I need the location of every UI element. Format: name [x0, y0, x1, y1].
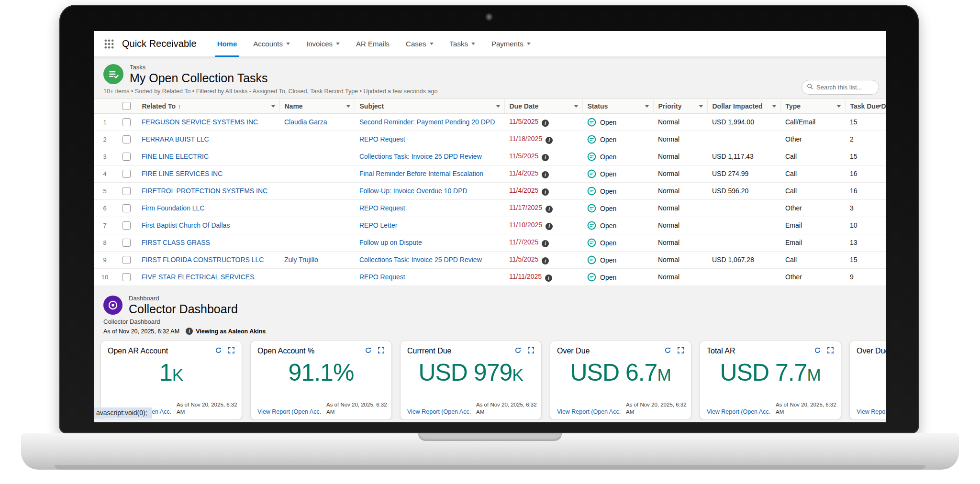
tab-invoices[interactable]: Invoices [298, 31, 348, 57]
subject-link[interactable]: Collections Task: Invoice 25 DPD Review [359, 256, 482, 264]
column-header-status[interactable]: Status [582, 99, 653, 113]
related-to-link[interactable]: FIRE LINE SERVICES INC [142, 170, 223, 177]
column-header-related-to[interactable]: Related To↑ [137, 99, 279, 113]
subject-link[interactable]: REPO Letter [359, 221, 397, 229]
row-checkbox[interactable] [122, 118, 131, 126]
info-icon[interactable]: i [186, 328, 193, 335]
subject-link[interactable]: Second Reminder: Payment Pending 20 DPD [359, 118, 495, 126]
row-checkbox[interactable] [122, 221, 131, 230]
chevron-down-icon[interactable] [271, 105, 275, 108]
related-to-cell: FIRE LINE SERVICES INC [137, 165, 279, 182]
expand-icon[interactable] [677, 347, 684, 354]
tab-cases[interactable]: Cases [398, 31, 442, 57]
row-checkbox[interactable] [122, 204, 131, 212]
subject-link[interactable]: Final Reminder Before Internal Escalatio… [359, 170, 483, 177]
expand-icon[interactable] [378, 347, 385, 354]
column-header-due-date[interactable]: Due Date [504, 99, 582, 113]
tab-home[interactable]: Home [209, 31, 245, 57]
subject-link[interactable]: REPO Request [359, 135, 405, 143]
select-all-checkbox[interactable] [122, 102, 131, 110]
refresh-icon[interactable] [365, 347, 372, 354]
related-to-link[interactable]: FERGUSON SERVICE SYSTEMS INC [142, 118, 258, 126]
row-checkbox[interactable] [122, 239, 131, 247]
tab-payments[interactable]: Payments [483, 31, 539, 57]
subject-link[interactable]: REPO Request [359, 273, 405, 281]
column-header-subject[interactable]: Subject [355, 99, 504, 113]
card-title: Open AR Account [108, 347, 168, 355]
overdue-info-icon[interactable]: i [542, 120, 549, 127]
related-to-link[interactable]: FERRARA BUIST LLC [142, 135, 209, 143]
related-to-link[interactable]: FIRST FLORIDA CONSTRUCTORS LLC [142, 256, 264, 264]
row-checkbox[interactable] [122, 135, 131, 143]
chevron-down-icon[interactable] [772, 105, 776, 108]
column-header-priority[interactable]: Priority [653, 99, 707, 113]
chevron-down-icon[interactable] [346, 105, 350, 108]
table-row: 10FIVE STAR ELECTRICAL SERVICESREPO Requ… [94, 268, 886, 286]
expand-icon[interactable] [827, 347, 834, 354]
column-header-name[interactable]: Name [279, 99, 355, 113]
overdue-info-icon[interactable]: i [546, 206, 553, 213]
view-report-link[interactable]: View Report (Open Acc... [707, 408, 771, 415]
related-to-link[interactable]: FIRST CLASS GRASS [142, 239, 210, 246]
task-due-days-cell: 16 [845, 165, 886, 182]
subject-link[interactable]: Collections Task: Invoice 25 DPD Review [359, 153, 482, 160]
overdue-info-icon[interactable]: i [542, 154, 549, 161]
related-to-link[interactable]: FIVE STAR ELECTRICAL SERVICES [142, 273, 254, 281]
related-to-link[interactable]: FIRETROL PROTECTION SYSTEMS INC [142, 187, 267, 195]
tab-ar-emails[interactable]: AR Emails [348, 31, 398, 57]
view-report-link[interactable]: View Report (Open Acc... [407, 408, 471, 415]
row-checkbox[interactable] [122, 153, 131, 161]
name-link[interactable]: Zuly Trujillo [284, 256, 318, 264]
overdue-info-icon[interactable]: i [542, 171, 549, 178]
refresh-icon[interactable] [664, 347, 671, 354]
expand-icon[interactable] [228, 347, 235, 354]
related-to-link[interactable]: First Baptist Church Of Dallas [142, 221, 230, 229]
overdue-info-icon[interactable]: i [542, 240, 549, 247]
name-cell [279, 234, 355, 251]
task-due-days-cell: 15 [845, 113, 886, 131]
view-report-link[interactable]: View Report (... [857, 408, 886, 415]
related-to-cell: FERGUSON SERVICE SYSTEMS INC [137, 113, 279, 131]
expand-icon[interactable] [527, 347, 535, 354]
chevron-down-icon[interactable] [574, 105, 578, 108]
chevron-down-icon[interactable] [837, 105, 841, 108]
subject-link[interactable]: Follow up on Dispute [359, 239, 422, 246]
row-checkbox[interactable] [122, 256, 131, 264]
refresh-icon[interactable] [814, 347, 821, 354]
chevron-down-icon[interactable] [878, 105, 881, 108]
card-as-of: As of Nov 20, 2025, 6:32 AM [776, 401, 837, 415]
chevron-down-icon[interactable] [496, 105, 500, 108]
tab-label: Cases [406, 40, 426, 48]
related-to-link[interactable]: FINE LINE ELECTRIC [142, 153, 209, 160]
tab-accounts[interactable]: Accounts [245, 31, 298, 57]
view-report-link[interactable]: View Report (Open Acc... [557, 408, 621, 415]
search-input[interactable] [816, 84, 874, 91]
view-report-link[interactable]: View Report (Open Acc... [257, 408, 322, 415]
related-to-link[interactable]: Firm Foundation LLC [142, 204, 205, 212]
overdue-info-icon[interactable]: i [542, 188, 549, 196]
refresh-icon[interactable] [514, 347, 522, 354]
overdue-info-icon[interactable]: i [545, 275, 552, 282]
row-checkbox[interactable] [122, 170, 131, 178]
name-link[interactable]: Claudia Garza [284, 118, 327, 126]
status-open-icon [587, 135, 596, 144]
chevron-down-icon[interactable] [699, 105, 703, 108]
tab-tasks[interactable]: Tasks [442, 31, 483, 57]
subject-link[interactable]: Follow-Up: Invoice Overdue 10 DPD [359, 187, 468, 195]
chevron-down-icon[interactable] [645, 105, 649, 108]
overdue-info-icon[interactable]: i [546, 137, 553, 144]
row-checkbox[interactable] [122, 273, 131, 281]
row-number: 10 [94, 268, 116, 286]
due-date-cell: 11/5/2025i [504, 113, 582, 131]
overdue-info-icon[interactable]: i [542, 257, 549, 264]
subject-link[interactable]: REPO Request [359, 204, 405, 212]
column-header-dollar-impacted[interactable]: Dollar Impacted [707, 99, 780, 113]
column-header-type[interactable]: Type [780, 99, 845, 113]
dashboard-subtitle: Collector Dashboard [103, 318, 876, 325]
column-header-task-due-d[interactable]: Task Due D... [845, 99, 886, 113]
status-text: Open [600, 256, 616, 264]
row-checkbox[interactable] [122, 187, 131, 195]
overdue-info-icon[interactable]: i [546, 223, 553, 230]
refresh-icon[interactable] [215, 347, 222, 354]
app-launcher-icon[interactable] [103, 38, 115, 50]
